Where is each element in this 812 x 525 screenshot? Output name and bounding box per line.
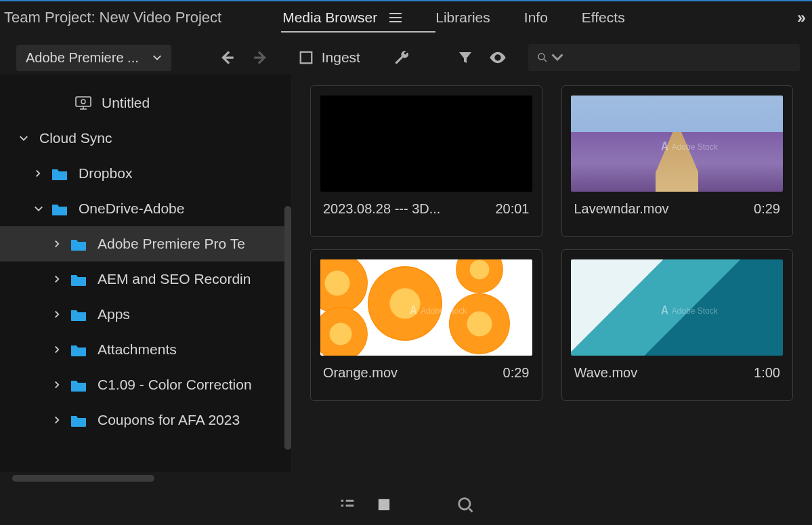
- tree-item-cloud-sync[interactable]: Cloud Sync: [0, 121, 291, 156]
- folder-icon: [51, 203, 72, 215]
- media-clip[interactable]: AAdobe Stock Orange.mov 0:29: [310, 249, 542, 401]
- clip-thumbnail: AAdobe Stock: [311, 250, 542, 365]
- folder-icon: [70, 308, 91, 321]
- tree-item[interactable]: Coupons for AFA 2023: [0, 402, 291, 438]
- folder-icon: [70, 379, 91, 392]
- chevron-right-icon: [53, 381, 70, 389]
- clip-duration: 0:29: [754, 201, 780, 217]
- tree-label: OneDrive-Adobe: [72, 201, 184, 217]
- tree-label: Apps: [91, 306, 130, 322]
- clip-duration: 20:01: [495, 201, 529, 217]
- bottom-bar: [0, 483, 812, 514]
- chevron-right-icon: [34, 169, 51, 177]
- zoom-slider-icon[interactable]: [456, 495, 475, 514]
- filter-button[interactable]: [451, 43, 479, 72]
- nav-forward-button[interactable]: [246, 43, 274, 72]
- source-dropdown-label: Adobe Premiere ...: [26, 50, 139, 66]
- tab-libraries[interactable]: Libraries: [435, 9, 490, 26]
- media-clip[interactable]: AAdobe Stock Lavewndar.mov 0:29: [561, 85, 794, 237]
- thumbnail-view-icon[interactable]: [375, 495, 393, 514]
- tree-label: Adobe Premiere Pro Te: [91, 236, 245, 252]
- tree-item[interactable]: C1.09 - Color Correction: [0, 367, 291, 402]
- svg-point-3: [81, 100, 85, 104]
- media-clip[interactable]: AAdobe Stock Wave.mov 1:00: [561, 249, 794, 401]
- tree-item[interactable]: AEM and SEO Recordin: [0, 261, 291, 297]
- panel-menu-icon[interactable]: [389, 13, 402, 22]
- wrench-icon: [393, 49, 410, 66]
- settings-button[interactable]: [387, 43, 416, 72]
- project-icon: [74, 96, 95, 110]
- clip-duration: 0:29: [503, 365, 530, 381]
- arrow-left-icon: [219, 49, 236, 66]
- clip-name: Lavewndar.mov: [574, 201, 676, 217]
- svg-point-1: [538, 54, 544, 60]
- tree-label: C1.09 - Color Correction: [91, 377, 252, 393]
- project-title-tab[interactable]: Team Project: New Video Project: [0, 9, 242, 26]
- folder-icon: [70, 343, 91, 356]
- clip-thumbnail: AAdobe Stock: [562, 250, 793, 365]
- chevron-right-icon: [53, 240, 70, 248]
- tree-item-untitled[interactable]: Untitled: [0, 85, 291, 121]
- tree-item[interactable]: Attachments: [0, 332, 291, 367]
- clip-name: Wave.mov: [574, 365, 645, 381]
- tree-item[interactable]: Adobe Premiere Pro Te: [0, 226, 291, 261]
- tree-item-dropbox[interactable]: Dropbox: [0, 156, 291, 191]
- clip-thumbnail: AAdobe Stock: [562, 86, 793, 201]
- clip-duration: 1:00: [754, 365, 780, 381]
- eye-icon: [488, 48, 507, 67]
- tab-media-browser[interactable]: Media Browser: [282, 9, 402, 26]
- tree-item[interactable]: Apps: [0, 297, 291, 332]
- media-browser-toolbar: Adobe Premiere ... Ingest: [0, 34, 812, 75]
- funnel-icon: [457, 49, 473, 66]
- nav-back-button[interactable]: [213, 43, 242, 72]
- tab-label: Media Browser: [282, 9, 377, 26]
- list-view-icon[interactable]: [338, 495, 357, 514]
- chevron-down-icon: [34, 204, 51, 213]
- ingest-label: Ingest: [322, 49, 360, 66]
- clip-name: Orange.mov: [323, 365, 404, 381]
- chevron-down-icon: [19, 133, 37, 143]
- svg-rect-0: [301, 52, 312, 64]
- svg-point-5: [458, 499, 469, 509]
- svg-rect-2: [76, 97, 91, 106]
- clip-name: 2023.08.28 --- 3D...: [323, 201, 447, 217]
- ingest-toggle[interactable]: Ingest: [299, 49, 360, 66]
- tree-label: Untitled: [95, 95, 150, 111]
- svg-rect-4: [378, 499, 389, 510]
- chevron-right-icon: [53, 416, 70, 424]
- chevron-down-icon: [152, 53, 162, 62]
- panel-tab-bar: Team Project: New Video Project Media Br…: [0, 1, 812, 34]
- vertical-scrollbar[interactable]: [284, 206, 291, 450]
- chevron-right-icon: [53, 345, 70, 354]
- folder-icon: [70, 414, 91, 427]
- tree-label: Attachments: [91, 341, 177, 358]
- media-clip[interactable]: 2023.08.28 --- 3D... 20:01: [310, 85, 542, 237]
- search-icon: [536, 51, 549, 64]
- tree-label: Cloud Sync: [37, 130, 112, 146]
- chevron-right-icon: [53, 310, 70, 318]
- clip-thumbnail: [311, 86, 542, 201]
- horizontal-scrollbar[interactable]: [12, 475, 154, 482]
- tree-label: Dropbox: [72, 165, 132, 182]
- folder-icon: [51, 167, 72, 180]
- tab-info[interactable]: Info: [524, 9, 548, 26]
- folder-icon: [70, 238, 91, 251]
- tree-label: AEM and SEO Recordin: [91, 271, 251, 287]
- folder-tree: Untitled Cloud Sync Dropbox OneDrive-Ado…: [0, 75, 291, 483]
- media-grid: 2023.08.28 --- 3D... 20:01 AAdobe Stock …: [291, 75, 812, 483]
- tree-label: Coupons for AFA 2023: [91, 412, 240, 428]
- folder-icon: [70, 273, 91, 286]
- tab-effects[interactable]: Effects: [582, 9, 625, 26]
- horizontal-scrollbar-track: [0, 472, 291, 483]
- chevron-right-icon: [53, 275, 70, 283]
- search-input[interactable]: [528, 44, 800, 71]
- arrow-right-icon: [251, 49, 269, 66]
- tree-item-onedrive[interactable]: OneDrive-Adobe: [0, 191, 291, 226]
- source-dropdown[interactable]: Adobe Premiere ...: [16, 45, 171, 71]
- overflow-tabs-button[interactable]: ››: [790, 8, 811, 27]
- chevron-down-icon: [551, 51, 563, 64]
- visibility-button[interactable]: [484, 43, 512, 72]
- checkbox-empty-icon: [299, 50, 314, 65]
